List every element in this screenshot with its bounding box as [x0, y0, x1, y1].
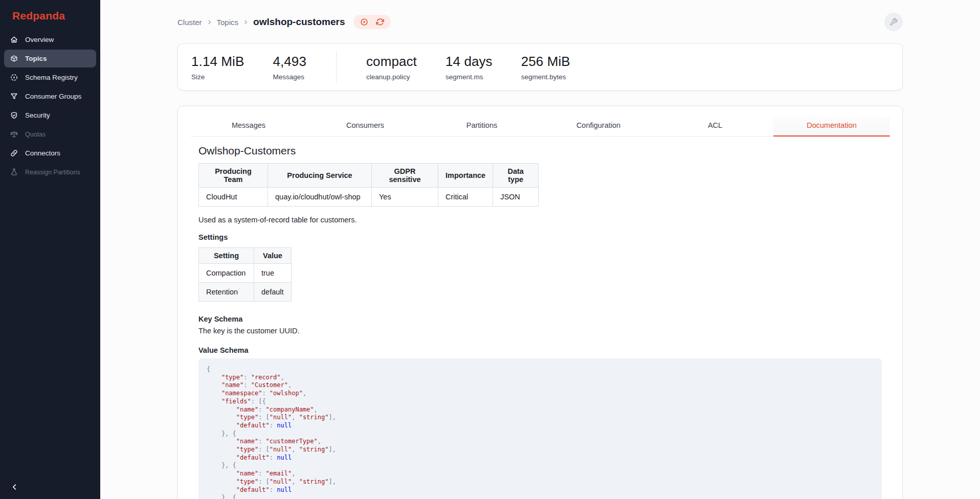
stat-divider	[336, 51, 337, 83]
table-row: Retentiondefault	[199, 283, 292, 302]
table-cell: Yes	[372, 188, 438, 207]
stat-label: cleanup.policy	[366, 73, 417, 81]
connectors-icon	[10, 149, 18, 157]
produce-record-button[interactable]	[360, 18, 368, 26]
doc-title: Owlshop-Customers	[198, 145, 882, 157]
code-line: "namespace": "owlshop",	[207, 390, 874, 398]
topic-detail-card: MessagesConsumersPartitionsConfiguration…	[177, 106, 903, 499]
tab-consumers[interactable]: Consumers	[307, 117, 424, 137]
security-icon	[10, 111, 18, 120]
code-line: "default": null	[207, 422, 874, 430]
code-line: "name": "Customer",	[207, 381, 874, 390]
sidebar-item-consumer-groups[interactable]: Consumer Groups	[4, 87, 96, 105]
code-line: "type": ["null", "string"],	[207, 414, 874, 422]
stat-value: 256 MiB	[521, 54, 570, 70]
refresh-button[interactable]	[376, 18, 384, 26]
reassign-partitions-icon	[10, 168, 18, 176]
sidebar-item-schema-registry[interactable]: Schema Registry	[4, 69, 96, 86]
admin-tools-button[interactable]	[884, 13, 903, 31]
column-header-importance: Importance	[438, 164, 493, 188]
code-line: "default": null	[207, 486, 874, 494]
code-line: "name": "email",	[207, 470, 874, 478]
page-header: ClusterTopicsowlshop-customers	[177, 12, 903, 32]
chevron-right-icon	[243, 19, 249, 25]
sidebar-item-overview[interactable]: Overview	[4, 31, 96, 49]
stat-size: 1.14 MiB Size	[191, 54, 244, 81]
tab-configuration[interactable]: Configuration	[540, 117, 657, 137]
key-schema-text: The key is the customer UUID.	[198, 327, 882, 335]
consumer-groups-icon	[10, 92, 18, 101]
sidebar-item-security[interactable]: Security	[4, 106, 96, 124]
sidebar: Redpanda Overview Topics Schema Registry…	[0, 0, 100, 499]
code-line: {	[207, 366, 874, 374]
code-line: "type": ["null", "string"],	[207, 446, 874, 454]
breadcrumb-link-topics[interactable]: Topics	[217, 18, 239, 27]
code-line: "name": "customerType",	[207, 438, 874, 446]
stat-label: Messages	[273, 73, 306, 81]
producing-info-table: Producing TeamProducing ServiceGDPR sens…	[198, 163, 539, 207]
code-line: "default": null	[207, 454, 874, 462]
column-header-producing-service: Producing Service	[268, 164, 372, 188]
code-line: }, {	[207, 494, 874, 499]
stat-cleanup-policy: compact cleanup.policy	[366, 54, 417, 81]
breadcrumb-current: owlshop-customers	[253, 16, 345, 28]
column-header-producing-team: Producing Team	[199, 164, 268, 188]
tab-bar: MessagesConsumersPartitionsConfiguration…	[190, 117, 890, 137]
table-cell: true	[254, 264, 292, 283]
settings-heading: Settings	[198, 233, 882, 241]
table-cell: Critical	[438, 188, 493, 207]
sidebar-item-reassign-partitions[interactable]: Reassign Partitions	[4, 163, 96, 181]
doc-description: Used as a system-of-record table for cus…	[198, 216, 882, 224]
code-line: }, {	[207, 462, 874, 470]
stat-segment-ms: 14 days segment.ms	[446, 54, 493, 81]
quotas-icon	[10, 130, 18, 139]
column-header-setting: Setting	[199, 248, 254, 264]
breadcrumb-link-cluster[interactable]: Cluster	[177, 18, 202, 27]
sidebar-item-quotas[interactable]: Quotas	[4, 125, 96, 143]
value-schema-code-block: { "type": "record", "name": "Customer", …	[198, 358, 882, 499]
topics-icon	[10, 54, 18, 63]
redpanda-logo[interactable]: Redpanda	[0, 0, 100, 22]
table-cell: Retention	[199, 283, 254, 302]
table-cell: quay.io/cloudhut/owl-shop	[268, 188, 372, 207]
code-line: "type": ["null", "string"],	[207, 478, 874, 486]
tab-partitions[interactable]: Partitions	[424, 117, 540, 137]
code-line: "fields": [{	[207, 398, 874, 406]
tab-messages[interactable]: Messages	[190, 117, 307, 137]
stat-value: 4,493	[273, 54, 306, 70]
stat-segment-bytes: 256 MiB segment.bytes	[521, 54, 570, 81]
stat-label: segment.bytes	[521, 73, 570, 81]
code-line: "type": "record",	[207, 374, 874, 382]
stat-messages: 4,493 Messages	[273, 54, 306, 81]
main-area: ClusterTopicsowlshop-customers 1.14 MiB …	[100, 0, 980, 499]
breadcrumb: ClusterTopicsowlshop-customers	[177, 16, 345, 28]
table-cell: JSON	[493, 188, 539, 207]
tab-acl[interactable]: ACL	[657, 117, 773, 137]
schema-registry-icon	[10, 73, 18, 82]
stat-value: 14 days	[446, 54, 493, 70]
stat-value: compact	[366, 54, 417, 70]
documentation-panel: Owlshop-Customers Producing TeamProducin…	[190, 145, 890, 499]
column-header-data-type: Data type	[493, 164, 539, 188]
table-cell: default	[254, 283, 292, 302]
topic-stats-card: 1.14 MiB Size 4,493 Messages compact cle…	[177, 43, 903, 90]
wrench-icon	[889, 18, 898, 26]
table-row: Compactiontrue	[199, 264, 292, 283]
stat-label: Size	[191, 73, 244, 81]
sidebar-collapse-button[interactable]	[8, 481, 20, 493]
settings-table: SettingValueCompactiontrueRetentiondefau…	[198, 247, 292, 302]
sidebar-item-topics[interactable]: Topics	[4, 50, 96, 67]
table-cell: CloudHut	[199, 188, 268, 207]
sidebar-nav: Overview Topics Schema Registry Consumer…	[0, 31, 100, 181]
stat-value: 1.14 MiB	[191, 54, 244, 70]
code-line: "name": "companyName",	[207, 406, 874, 414]
chevron-left-icon	[11, 483, 18, 491]
home-icon	[10, 35, 18, 44]
value-schema-heading: Value Schema	[198, 346, 882, 354]
play-circle-icon	[360, 18, 368, 26]
tab-documentation[interactable]: Documentation	[773, 117, 890, 137]
sidebar-item-connectors[interactable]: Connectors	[4, 144, 96, 162]
table-cell: Compaction	[199, 264, 254, 283]
key-schema-heading: Key Schema	[198, 315, 882, 323]
topic-actions	[353, 15, 391, 29]
